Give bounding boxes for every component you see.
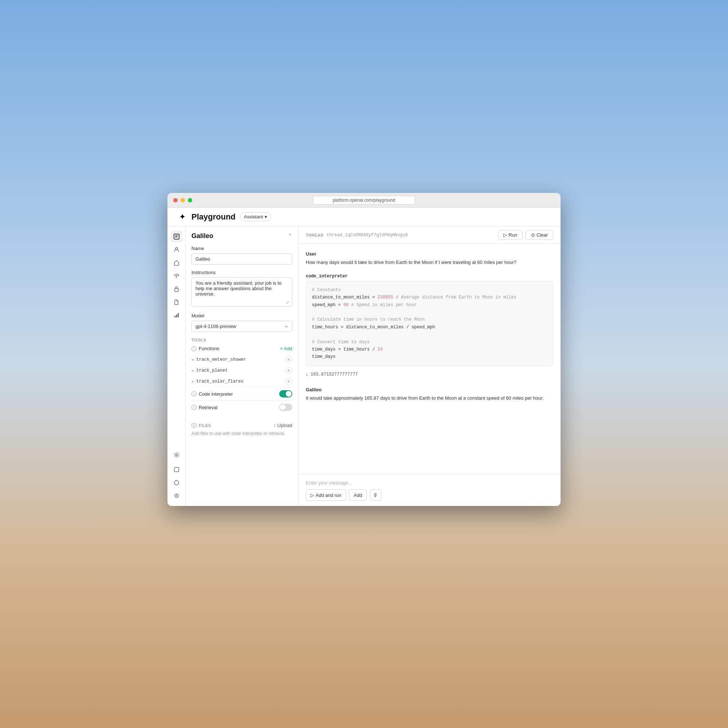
message-user: User How many days would it take to driv… [306,251,553,266]
svg-rect-3 [174,316,176,317]
sidebar-item-users[interactable] [171,244,182,255]
instructions-label: Instructions [191,270,292,275]
function-item: ✕ track_meteor_shower ⊕ [191,354,292,365]
traffic-lights [173,198,192,202]
code-block-label: code_interpreter [306,274,553,279]
add-button[interactable]: Add [349,489,367,501]
model-label: Model [191,313,292,318]
function-icon: ✕ [191,368,194,373]
sidebar-item-playground[interactable] [171,231,182,242]
sidebar-item-files[interactable] [171,296,182,308]
sidebar-item-home[interactable] [171,257,182,269]
name-input[interactable] [191,253,292,265]
close-button[interactable] [173,198,177,202]
svg-rect-0 [174,234,179,239]
retrieval-toggle[interactable] [279,404,292,411]
config-header: Galileo ⌃ [191,232,292,240]
function-icon: ✕ [191,379,194,384]
result-value: 165.87152777777777 [310,372,358,377]
mic-button[interactable]: 🎙 [370,489,381,501]
sidebar-item-compare[interactable] [171,270,182,282]
message-text-galileo: It would take approximately 165.87 days … [306,395,553,402]
add-function-button[interactable]: + Add [280,346,292,351]
function-settings-icon[interactable]: ⊕ [285,367,292,374]
run-label: Run [509,232,517,238]
function-settings-icon[interactable]: ⊕ [285,356,292,363]
function-name: track_planet [196,368,228,373]
thread-label: THREAD [306,233,324,237]
mode-label: Assistant [244,214,263,219]
thread-info: THREAD thread_1qCvOM8AXyf7gIdPNqHNvgu8 [306,232,408,238]
thread-id: thread_1qCvOM8AXyf7gIdPNqHNvgu8 [327,232,408,238]
chat-area: THREAD thread_1qCvOM8AXyf7gIdPNqHNvgu8 ▷… [298,226,561,506]
svg-rect-2 [175,289,178,292]
expand-textarea-icon[interactable]: ⤢ [286,300,289,305]
sidebar-item-lock[interactable] [171,283,182,295]
assistant-name-display: Galileo [191,232,213,240]
chat-input-buttons: ▷ Add and run Add 🎙 [306,489,553,501]
files-hint: Add files to use with code interpreter o… [191,431,292,436]
files-info-icon[interactable]: i [191,423,197,428]
chat-messages: User How many days would it take to driv… [298,244,561,474]
header-buttons: ▷ Run ⊙ Clear [498,230,553,240]
svg-rect-4 [176,315,177,317]
svg-rect-5 [177,313,179,317]
code-result: ↳ 165.87152777777777 [306,370,553,380]
message-code-interpreter: code_interpreter # Constants distance_to… [306,274,553,380]
message-role-galileo: Galileo [306,387,553,392]
svg-point-1 [176,248,177,250]
files-row: i FILES ↑ Upload [191,423,292,428]
code-block: # Constants distance_to_moon_miles = 238… [306,281,553,366]
svg-rect-7 [174,467,179,472]
function-icon: ✕ [191,357,194,362]
retrieval-row: i Retrieval [191,401,292,414]
retrieval-info-icon[interactable]: i [191,405,197,410]
chevron-down-icon: ▾ [265,214,267,219]
minimize-button[interactable] [180,198,185,202]
sidebar-item-bottom2[interactable] [171,477,182,488]
add-run-label: Add and run [316,492,341,498]
functions-label: Functions [199,346,219,351]
chat-input[interactable] [306,480,553,486]
top-header: ✦ Playground Assistant ▾ [167,208,561,226]
sidebar [167,226,186,506]
clear-label: Clear [537,232,548,238]
files-section: i FILES ↑ Upload Add files to use with c… [191,423,292,436]
sidebar-item-settings[interactable] [171,449,182,461]
add-run-icon: ▷ [310,492,314,498]
message-text-user: How many days would it take to drive fro… [306,259,553,266]
functions-info-icon[interactable]: i [191,346,197,351]
sidebar-item-analytics[interactable] [171,309,182,321]
run-button[interactable]: ▷ Run [498,230,523,240]
titlebar: platform.openai.com/playground [167,193,561,208]
clear-button[interactable]: ⊙ Clear [526,230,553,240]
code-interpreter-info-icon[interactable]: i [191,391,197,396]
expand-icon[interactable]: ⌃ [288,232,292,240]
upload-button[interactable]: ↑ Upload [274,423,292,428]
functions-row: i Functions + Add [191,346,292,351]
function-name: track_solar_flares [196,379,243,384]
tools-section: i Functions + Add ✕ track_meteor_shower … [191,346,292,414]
chat-header: THREAD thread_1qCvOM8AXyf7gIdPNqHNvgu8 ▷… [298,226,561,244]
mode-selector[interactable]: Assistant ▾ [240,212,271,221]
instructions-textarea[interactable]: You are a friendly assistant, your job i… [191,277,292,306]
url-bar[interactable]: platform.openai.com/playground [313,196,415,205]
sidebar-item-bottom3[interactable] [171,490,182,502]
code-interpreter-row: i Code interpreter [191,387,292,401]
function-item: ✕ track_solar_flares ⊕ [191,376,292,387]
files-label: i FILES [191,423,211,428]
function-item: ✕ track_planet ⊕ [191,365,292,376]
sidebar-item-bottom1[interactable] [171,464,182,476]
result-arrow-icon: ↳ [306,372,308,378]
add-and-run-button[interactable]: ▷ Add and run [306,489,346,501]
openai-logo-icon: ✦ [179,212,186,222]
svg-point-6 [176,454,177,456]
function-settings-icon[interactable]: ⊕ [285,378,292,385]
code-interpreter-label: Code interpreter [199,391,233,397]
message-role-user: User [306,251,553,257]
tools-section-label: TOOLS [191,338,292,342]
chat-input-area: ▷ Add and run Add 🎙 [298,474,561,506]
maximize-button[interactable] [188,198,192,202]
model-select[interactable]: gpt-4-1106-preview [191,321,292,332]
code-interpreter-toggle[interactable] [279,390,292,398]
